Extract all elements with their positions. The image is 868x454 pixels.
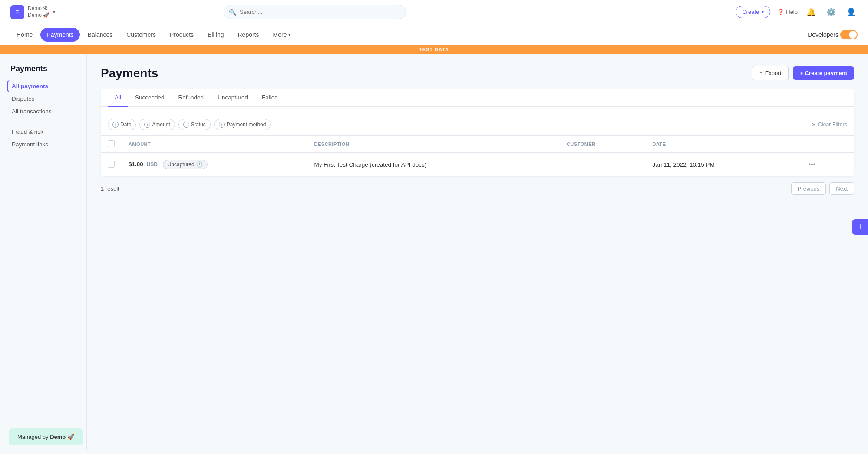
results-count: 1 result — [101, 185, 119, 192]
header-actions: ↑ Export + Create payment — [752, 66, 854, 80]
sidebar-item-all-payments[interactable]: All payments — [7, 80, 79, 92]
tab-failed[interactable]: Failed — [255, 89, 285, 107]
previous-label: Previous — [798, 185, 820, 192]
row-customer — [560, 153, 646, 177]
search-bar: 🔍 — [224, 5, 406, 19]
tab-uncaptured[interactable]: Uncaptured — [211, 89, 255, 107]
next-button[interactable]: Next — [829, 182, 854, 195]
tab-succeeded[interactable]: Succeeded — [128, 89, 172, 107]
row-more-actions-button[interactable]: ••• — [805, 159, 819, 170]
managed-by-icon: 🚀 — [67, 434, 74, 440]
sidebar-item-fraud-risk[interactable]: Fraud & risk — [7, 126, 79, 138]
row-amount: $1.00 USD Uncaptured 🕐 — [122, 153, 307, 177]
create-payment-button[interactable]: + Create payment — [793, 66, 854, 80]
sidebar-title: Payments — [7, 64, 79, 73]
help-label: Help — [786, 9, 798, 15]
filter-payment-method[interactable]: + Payment method — [214, 119, 271, 130]
create-button[interactable]: Create ▾ — [736, 6, 770, 18]
nav-item-products[interactable]: Products — [164, 28, 200, 42]
bell-icon: 🔔 — [806, 8, 816, 16]
developers-toggle[interactable] — [840, 30, 858, 39]
next-label: Next — [836, 185, 848, 192]
managed-by-footer: Managed by Demo 🚀 — [9, 428, 83, 445]
managed-by-prefix: Managed by — [17, 434, 50, 440]
row-date: Jan 11, 2022, 10:15 PM — [645, 153, 798, 177]
select-all-checkbox[interactable] — [108, 140, 115, 147]
tabs-container: All Succeeded Refunded Uncaptured Failed — [101, 89, 854, 107]
filter-payment-method-label: Payment method — [227, 122, 266, 128]
row-checkbox[interactable] — [108, 161, 115, 168]
page-title: Payments — [101, 66, 158, 80]
row-description[interactable]: My First Test Charge (created for API do… — [307, 153, 560, 177]
export-label: Export — [765, 70, 782, 76]
gear-icon: ⚙️ — [826, 8, 836, 16]
filter-row: + Date + Amount + Status + Payment metho… — [101, 114, 854, 136]
search-input[interactable] — [224, 5, 406, 19]
settings-button[interactable]: ⚙️ — [825, 6, 838, 19]
status-label: Uncaptured — [168, 161, 195, 168]
test-data-banner: TEST DATA — [0, 45, 868, 54]
currency-label: USD — [147, 161, 158, 168]
help-button[interactable]: ❓ Help — [777, 9, 798, 15]
plus-circle-icon: + — [219, 122, 225, 128]
payments-table: AMOUNT DESCRIPTION CUSTOMER DATE $1.00 — [101, 136, 854, 176]
col-description: DESCRIPTION — [307, 136, 560, 153]
tab-refunded[interactable]: Refunded — [172, 89, 211, 107]
col-amount: AMOUNT — [122, 136, 307, 153]
tab-all[interactable]: All — [108, 89, 128, 107]
clear-filters-label: Clear Filters — [818, 122, 847, 128]
clock-icon: 🕐 — [196, 161, 203, 168]
nav-item-payments[interactable]: Payments — [40, 28, 79, 42]
export-button[interactable]: ↑ Export — [752, 66, 789, 80]
more-label: More — [273, 31, 287, 38]
content-header: Payments ↑ Export + Create payment — [101, 66, 854, 80]
nav-item-more[interactable]: More ▾ — [267, 28, 297, 42]
filter-date-label: Date — [120, 122, 131, 128]
plus-circle-icon: + — [112, 122, 119, 128]
sidebar-item-payment-links[interactable]: Payment links — [7, 138, 79, 150]
table-card: All Succeeded Refunded Uncaptured Failed… — [101, 89, 854, 176]
logo-primary: Demo 🛠 — [28, 5, 50, 12]
filter-status[interactable]: + Status — [178, 119, 211, 130]
notifications-button[interactable]: 🔔 — [805, 6, 818, 19]
user-icon: 👤 — [846, 8, 856, 16]
sidebar-item-all-transactions[interactable]: All transactions — [7, 105, 79, 117]
create-payment-label: + Create payment — [800, 70, 847, 76]
pagination-buttons: Previous Next — [791, 182, 854, 195]
x-icon: ✕ — [812, 122, 816, 128]
amount-value: $1.00 — [129, 161, 143, 168]
nav-item-home[interactable]: Home — [10, 28, 39, 42]
plus-circle-icon: + — [183, 122, 189, 128]
test-data-text: TEST DATA — [419, 47, 449, 52]
nav-item-customers[interactable]: Customers — [120, 28, 162, 42]
plus-circle-icon: + — [144, 122, 150, 128]
logo[interactable]: ≡ Demo 🛠 Demo 🚀 ▾ — [10, 5, 55, 19]
user-button[interactable]: 👤 — [845, 6, 858, 19]
nav-item-reports[interactable]: Reports — [232, 28, 265, 42]
logo-icon: ≡ — [10, 5, 24, 19]
table-row: $1.00 USD Uncaptured 🕐 My First Test Cha… — [101, 153, 854, 177]
nav-item-balances[interactable]: Balances — [82, 28, 119, 42]
content-area: Payments ↑ Export + Create payment All S… — [87, 54, 868, 451]
sidebar-item-disputes[interactable]: Disputes — [7, 93, 79, 105]
col-customer: CUSTOMER — [560, 136, 646, 153]
filter-date[interactable]: + Date — [108, 119, 136, 130]
secondary-nav: Home Payments Balances Customers Product… — [0, 24, 868, 45]
main-layout: Payments All payments Disputes All trans… — [0, 54, 868, 451]
filter-amount[interactable]: + Amount — [139, 119, 175, 130]
nav-item-billing[interactable]: Billing — [201, 28, 230, 42]
developers-label: Developers — [808, 31, 838, 38]
create-label: Create — [742, 9, 759, 15]
logo-secondary: Demo 🚀 — [28, 12, 50, 19]
floating-add-button[interactable]: + — [852, 219, 868, 235]
chevron-down-icon: ▾ — [762, 10, 764, 14]
help-circle-icon: ❓ — [777, 9, 784, 15]
managed-by-name: Demo — [50, 434, 66, 440]
col-date: DATE — [645, 136, 798, 153]
clear-filters-button[interactable]: ✕ Clear Filters — [812, 122, 847, 128]
top-bar: ≡ Demo 🛠 Demo 🚀 ▾ 🔍 Create ▾ ❓ Help 🔔 ⚙️… — [0, 0, 868, 24]
export-icon: ↑ — [759, 70, 762, 76]
previous-button[interactable]: Previous — [791, 182, 826, 195]
logo-text: Demo 🛠 Demo 🚀 — [28, 5, 50, 19]
chevron-down-icon: ▾ — [288, 32, 290, 37]
